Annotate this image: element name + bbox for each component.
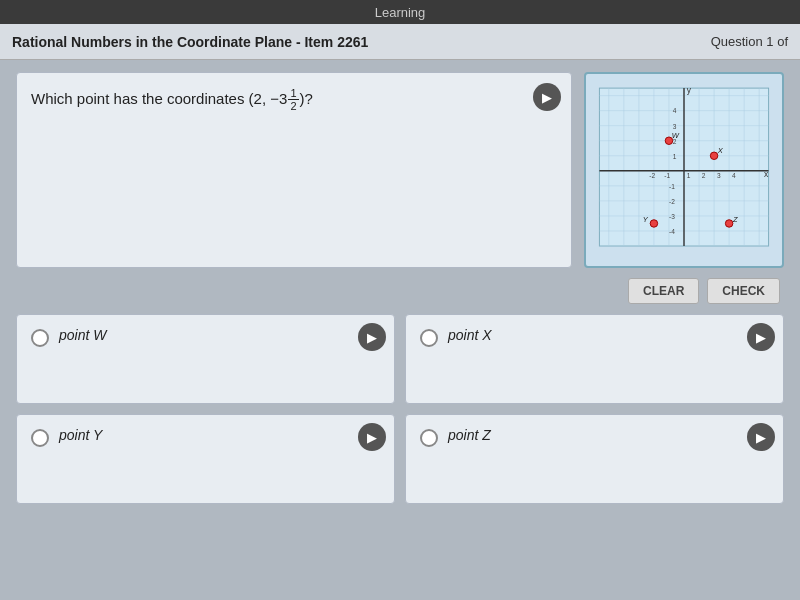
svg-text:2: 2 (702, 172, 706, 179)
main-content: Which point has the coordinates (2, −312… (0, 60, 800, 516)
svg-text:1: 1 (673, 153, 677, 160)
choice-w: point W ▶ (16, 314, 395, 404)
choice-w-audio-button[interactable]: ▶ (358, 323, 386, 351)
question-audio-button[interactable]: ▶ (533, 83, 561, 111)
choice-y: point Y ▶ (16, 414, 395, 504)
choice-x-label: point X (448, 327, 492, 343)
choice-y-label: point Y (59, 427, 102, 443)
graph-svg: y x -2 -1 1 2 3 4 4 3 2 1 -1 -2 -3 -4 (590, 78, 778, 258)
speaker-icon: ▶ (756, 430, 766, 445)
coordinate-graph: y x -2 -1 1 2 3 4 4 3 2 1 -1 -2 -3 -4 (584, 72, 784, 268)
svg-text:-2: -2 (649, 172, 655, 179)
radio-y[interactable] (31, 429, 49, 447)
choice-z-label: point Z (448, 427, 491, 443)
svg-point-47 (725, 220, 733, 228)
title-bar: Rational Numbers in the Coordinate Plane… (0, 24, 800, 60)
svg-text:1: 1 (687, 172, 691, 179)
radio-w[interactable] (31, 329, 49, 347)
clear-button[interactable]: CLEAR (628, 278, 699, 304)
svg-text:-2: -2 (669, 198, 675, 205)
svg-point-45 (650, 220, 658, 228)
choices-grid: point W ▶ point X ▶ point Y ▶ point Z (16, 314, 784, 504)
radio-z[interactable] (420, 429, 438, 447)
question-number: Question 1 of (711, 34, 788, 49)
choice-x-audio-button[interactable]: ▶ (747, 323, 775, 351)
page-title: Rational Numbers in the Coordinate Plane… (12, 34, 368, 50)
svg-text:X: X (717, 146, 724, 155)
choice-w-label: point W (59, 327, 106, 343)
top-center-label: Learning (375, 5, 426, 20)
buttons-row: CLEAR CHECK (16, 278, 784, 304)
choice-z-audio-button[interactable]: ▶ (747, 423, 775, 451)
check-button[interactable]: CHECK (707, 278, 780, 304)
question-text: Which point has the coordinates (2, −312… (31, 87, 531, 112)
speaker-icon: ▶ (756, 330, 766, 345)
question-box: Which point has the coordinates (2, −312… (16, 72, 572, 268)
speaker-icon: ▶ (542, 90, 552, 105)
top-bar: Learning (0, 0, 800, 24)
svg-text:-3: -3 (669, 213, 675, 220)
svg-text:-4: -4 (669, 228, 675, 235)
svg-text:W: W (672, 131, 680, 140)
svg-text:-1: -1 (669, 183, 675, 190)
speaker-icon: ▶ (367, 430, 377, 445)
choice-z: point Z ▶ (405, 414, 784, 504)
question-row: Which point has the coordinates (2, −312… (16, 72, 784, 268)
choice-x: point X ▶ (405, 314, 784, 404)
svg-text:4: 4 (673, 107, 677, 114)
speaker-icon: ▶ (367, 330, 377, 345)
svg-text:4: 4 (732, 172, 736, 179)
svg-text:Z: Z (732, 215, 738, 224)
svg-text:3: 3 (673, 123, 677, 130)
svg-text:3: 3 (717, 172, 721, 179)
svg-point-41 (710, 152, 718, 160)
choice-y-audio-button[interactable]: ▶ (358, 423, 386, 451)
radio-x[interactable] (420, 329, 438, 347)
svg-text:-1: -1 (664, 172, 670, 179)
